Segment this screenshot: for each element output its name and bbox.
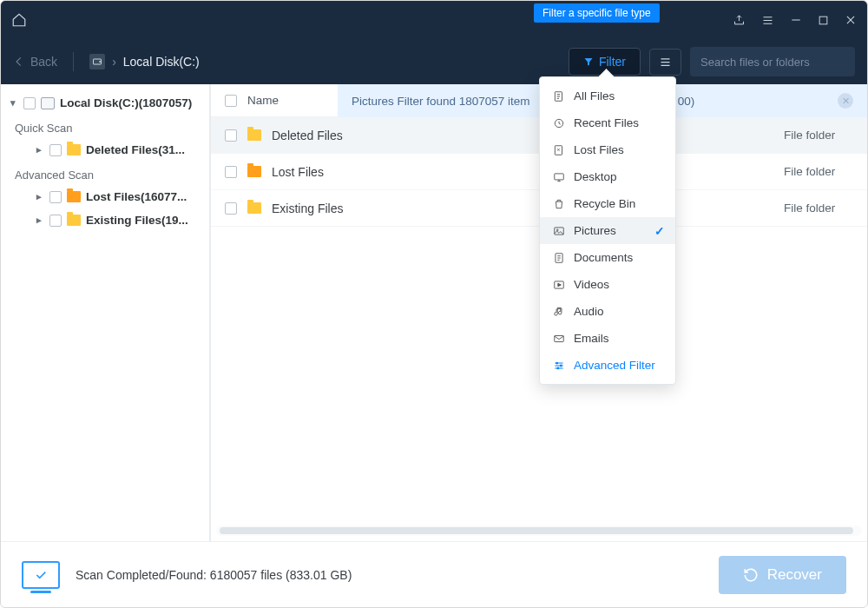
filter-option-label: Recent Files [574,116,639,129]
folder-icon [247,166,261,177]
svg-rect-12 [554,335,563,341]
filter-option-label: Videos [574,278,609,291]
svg-rect-7 [554,173,563,179]
filter-option-pictures[interactable]: Pictures ✓ [540,217,675,244]
tree-root-label: Local Disk(C:)(1807057) [60,96,192,109]
minimize-button[interactable] [790,14,802,26]
tree-item-label: Lost Files(16077... [86,190,187,203]
checkbox[interactable] [225,166,237,178]
folder-icon [67,215,81,226]
row-type: File folder [784,165,853,178]
recycle-icon [552,197,565,210]
audio-icon [552,305,565,318]
row-name: Existing Files [272,202,773,215]
menu-icon[interactable] [761,14,774,27]
breadcrumb-label: Local Disk(C:) [123,55,200,69]
svg-rect-0 [819,17,827,24]
title-bar [1,1,867,39]
emails-icon [552,332,565,345]
maximize-button[interactable] [818,15,829,26]
pictures-icon [552,224,565,237]
chevron-right-icon[interactable]: ▸ [34,191,44,202]
videos-icon [552,278,565,291]
horizontal-scrollbar[interactable] [216,525,862,536]
desktop-icon [552,170,565,183]
filter-option-label: Lost Files [574,143,624,156]
folder-icon [67,191,81,202]
back-button[interactable]: Back [13,55,57,69]
row-name: Deleted Files [272,129,773,142]
chevron-right-icon[interactable]: ▸ [34,144,44,155]
filter-option-recent[interactable]: Recent Files [540,109,675,136]
checkbox[interactable] [225,129,237,142]
filter-option-lost[interactable]: Lost Files [540,136,675,163]
chevron-down-icon[interactable]: ▾ [8,97,18,109]
folder-icon [247,129,261,141]
share-icon[interactable] [733,14,746,27]
tree-group-label: Advanced Scan [1,162,210,185]
tree-item-label: Deleted Files(31... [86,143,185,156]
search-box[interactable] [690,47,855,76]
toolbar: Back › Local Disk(C:) Filter [1,39,867,84]
status-text: Scan Completed/Found: 6180057 files (833… [76,568,352,582]
filter-option-label: Pictures [574,224,616,237]
filter-option-recycle[interactable]: Recycle Bin [540,190,675,217]
close-button[interactable] [845,14,857,26]
home-icon[interactable] [11,12,27,28]
row-type: File folder [784,129,853,142]
checkbox[interactable] [23,97,36,109]
breadcrumb[interactable]: › Local Disk(C:) [89,54,200,69]
row-type: File folder [784,202,853,215]
checkbox[interactable] [225,202,237,215]
sidebar: ▾ Local Disk(C:)(1807057) Quick Scan▸ De… [1,84,211,541]
folder-icon [67,144,81,155]
filter-option-label: Emails [574,332,609,345]
checkbox[interactable] [49,215,62,227]
filter-option-label: Documents [574,251,633,264]
tree-root[interactable]: ▾ Local Disk(C:)(1807057) [1,91,210,115]
filter-option-label: Desktop [574,170,617,183]
tree-item[interactable]: ▸ Deleted Files(31... [1,138,210,162]
filter-option-desktop[interactable]: Desktop [540,163,675,190]
filter-option-emails[interactable]: Emails [540,325,675,352]
svg-point-15 [556,367,558,369]
advanced-filter-label: Advanced Filter [574,359,655,372]
filter-option-label: All Files [574,89,615,102]
tree-item[interactable]: ▸ Lost Files(16077... [1,185,210,208]
search-input[interactable] [700,56,846,69]
disk-icon [41,97,55,109]
filter-option-videos[interactable]: Videos [540,271,675,298]
back-label: Back [30,55,57,69]
disk-icon [89,54,105,69]
status-bar: Scan Completed/Found: 6180057 files (833… [1,541,867,607]
filter-option-audio[interactable]: Audio [540,298,675,325]
checkbox[interactable] [49,144,62,156]
svg-point-2 [100,62,101,63]
toolbar-separator [73,52,74,71]
svg-point-14 [560,365,562,367]
lost-icon [552,143,565,156]
advanced-filter-item[interactable]: Advanced Filter [540,352,675,379]
filter-option-all[interactable]: All Files [540,83,675,109]
tree-item[interactable]: ▸ Existing Files(19... [1,208,210,232]
docs-icon [552,251,565,264]
check-icon: ✓ [654,224,665,238]
filter-option-label: Audio [574,305,604,318]
filter-option-docs[interactable]: Documents [540,244,675,271]
banner-tail: 00) [678,95,695,108]
banner-close-icon[interactable]: ✕ [838,93,853,109]
checkbox[interactable] [49,191,62,203]
all-icon [552,89,565,102]
recover-button[interactable]: Recover [719,556,846,594]
select-all-checkbox[interactable] [225,95,237,107]
filter-label: Filter [599,55,626,69]
column-name[interactable]: Name [247,94,279,107]
scan-complete-icon [22,561,60,589]
chevron-right-icon[interactable]: ▸ [34,215,44,226]
view-mode-button[interactable] [649,49,681,76]
scrollbar-thumb[interactable] [220,527,853,534]
row-name: Lost Files [272,165,773,179]
filter-option-label: Recycle Bin [574,197,635,210]
folder-icon [247,202,261,214]
recent-icon [552,116,565,129]
